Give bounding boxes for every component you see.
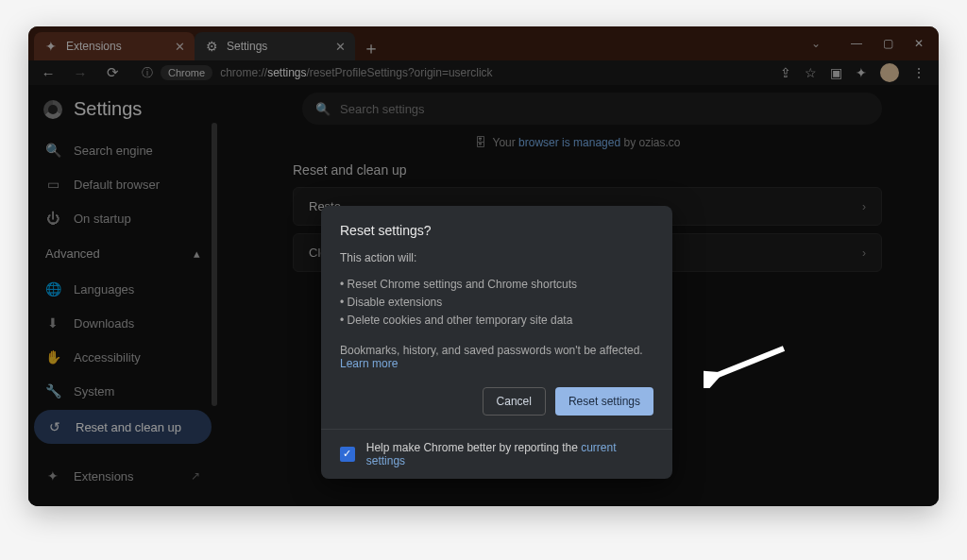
sidebar-item-label: Reset and clean up (76, 420, 181, 434)
dialog-subtitle: This action will: (340, 251, 653, 264)
tab-extensions[interactable]: ✦ Extensions ✕ (34, 32, 195, 60)
reload-button[interactable]: ⟳ (100, 60, 125, 85)
dialog-not-affected: Bookmarks, history, and saved passwords … (340, 344, 653, 370)
sidebar-item-label: Downloads (74, 316, 134, 331)
settings-sidebar: Settings 🔍 Search engine ▭ Default brows… (28, 85, 217, 506)
reset-settings-button[interactable]: Reset settings (555, 387, 653, 416)
chevron-right-icon: › (862, 246, 866, 260)
accessibility-icon: ✋ (45, 349, 60, 365)
new-tab-button[interactable]: ＋ (359, 36, 383, 60)
external-link-icon: ↗ (191, 469, 200, 483)
search-icon: 🔍 (315, 102, 331, 116)
close-icon[interactable]: ✕ (335, 40, 346, 54)
chevron-down-icon[interactable]: ⌄ (811, 37, 821, 50)
search-icon: 🔍 (45, 143, 60, 158)
wrench-icon: 🔧 (45, 383, 60, 399)
sidebar-item-label: On startup (74, 212, 131, 226)
section-title: Reset and clean up (217, 162, 939, 187)
sidebar-item-label: System (74, 384, 114, 399)
cancel-button[interactable]: Cancel (483, 387, 546, 416)
sidebar-item-system[interactable]: 🔧 System (28, 374, 217, 408)
sidebar-item-label: Extensions (74, 469, 134, 484)
sidebar-item-extensions[interactable]: ✦ Extensions ↗ (28, 459, 217, 493)
sidebar-group-advanced[interactable]: Advanced ▴ (28, 235, 217, 272)
reset-settings-dialog: Reset settings? This action will: Reset … (321, 206, 672, 479)
chevron-up-icon: ▴ (194, 246, 200, 261)
download-icon: ⬇ (45, 315, 60, 331)
bullet-item: Disable extensions (340, 294, 653, 312)
sidebar-item-on-startup[interactable]: ⏻ On startup (28, 201, 217, 235)
puzzle-icon: ✦ (45, 468, 60, 484)
cast-icon[interactable]: ▣ (830, 65, 842, 80)
sidebar-item-label: Default browser (74, 178, 160, 192)
forward-button[interactable]: → (68, 60, 93, 85)
sidebar-item-reset[interactable]: ↺ Reset and clean up (34, 410, 212, 444)
back-button[interactable]: ← (36, 60, 60, 85)
tab-label: Settings (227, 40, 267, 53)
page-title: Settings (28, 94, 217, 133)
sidebar-item-accessibility[interactable]: ✋ Accessibility (28, 340, 217, 374)
share-icon[interactable]: ⇪ (780, 65, 791, 80)
sidebar-item-label: Search engine (74, 144, 153, 158)
power-icon: ⏻ (45, 211, 60, 226)
learn-more-link[interactable]: Learn more (340, 357, 398, 370)
window-controls: ⌄ — ▢ ✕ (811, 37, 933, 50)
sidebar-item-label: Languages (74, 282, 134, 297)
tab-label: Extensions (66, 40, 122, 53)
profile-avatar[interactable] (880, 63, 899, 82)
managed-banner: 🗄 Your browser is managed by ozias.co (217, 136, 939, 149)
address-bar[interactable]: ⓘ Chrome chrome://settings/resetProfileS… (132, 60, 772, 85)
help-checkbox[interactable]: ✓ (340, 447, 355, 462)
sidebar-item-default-browser[interactable]: ▭ Default browser (28, 167, 217, 201)
sidebar-item-downloads[interactable]: ⬇ Downloads (28, 306, 217, 340)
globe-icon: 🌐 (45, 281, 60, 297)
titlebar: ✦ Extensions ✕ ⚙ Settings ✕ ＋ ⌄ — ▢ ✕ (28, 26, 939, 60)
chrome-logo-icon (43, 100, 62, 119)
search-settings-input[interactable]: 🔍 Search settings (302, 93, 882, 125)
chevron-right-icon: › (862, 200, 866, 213)
browser-icon: ▭ (45, 177, 60, 192)
info-icon: ⓘ (142, 65, 153, 81)
url-text: chrome://settings/resetProfileSettings?o… (220, 66, 492, 79)
sidebar-group-label: Advanced (45, 246, 100, 261)
bullet-item: Delete cookies and other temporary site … (340, 312, 653, 330)
close-window-button[interactable]: ✕ (914, 37, 924, 50)
puzzle-icon[interactable]: ✦ (856, 65, 867, 80)
maximize-button[interactable]: ▢ (883, 37, 893, 50)
sidebar-item-search-engine[interactable]: 🔍 Search engine (28, 133, 217, 167)
site-chip: Chrome (161, 65, 212, 80)
toolbar-actions: ⇪ ☆ ▣ ✦ ⋮ (780, 63, 931, 82)
managed-link[interactable]: browser is managed (518, 136, 620, 149)
toolbar: ← → ⟳ ⓘ Chrome chrome://settings/resetPr… (28, 60, 939, 85)
sidebar-item-about[interactable]: ◎ About Chrome (28, 493, 217, 506)
close-icon[interactable]: ✕ (175, 40, 185, 54)
help-text: Help make Chrome better by reporting the… (366, 441, 653, 467)
sidebar-item-languages[interactable]: 🌐 Languages (28, 272, 217, 306)
puzzle-icon: ✦ (43, 39, 59, 54)
chrome-window: ✦ Extensions ✕ ⚙ Settings ✕ ＋ ⌄ — ▢ ✕ ← … (28, 26, 939, 506)
sidebar-item-label: About Chrome (74, 503, 153, 507)
gear-icon: ⚙ (204, 39, 219, 54)
star-icon[interactable]: ☆ (805, 65, 817, 80)
minimize-button[interactable]: — (851, 37, 862, 50)
dialog-footer: ✓ Help make Chrome better by reporting t… (321, 429, 672, 479)
info-icon: ◎ (45, 502, 60, 506)
sidebar-item-label: Accessibility (74, 350, 141, 365)
tab-strip: ✦ Extensions ✕ ⚙ Settings ✕ ＋ (34, 26, 383, 60)
menu-icon[interactable]: ⋮ (912, 65, 925, 80)
dialog-title: Reset settings? (340, 223, 653, 238)
dialog-bullets: Reset Chrome settings and Chrome shortcu… (340, 276, 653, 331)
reset-icon: ↺ (47, 419, 62, 434)
tab-settings[interactable]: ⚙ Settings ✕ (195, 32, 355, 60)
search-placeholder: Search settings (340, 102, 425, 116)
briefcase-icon: 🗄 (475, 136, 486, 149)
bullet-item: Reset Chrome settings and Chrome shortcu… (340, 276, 653, 294)
